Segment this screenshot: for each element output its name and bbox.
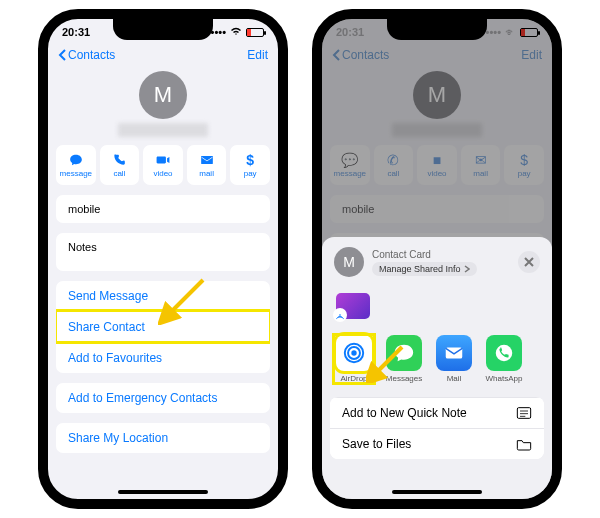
share-sheet: M Contact Card Manage Shared Info: [322, 237, 552, 499]
notch: [113, 18, 213, 40]
share-apps-row: AirDrop Messages Mail WhatsApp: [322, 329, 552, 393]
action-label: mail: [199, 169, 214, 178]
message-icon: [68, 153, 84, 167]
phone-icon: [111, 153, 127, 167]
save-to-files-button[interactable]: Save to Files: [330, 428, 544, 459]
action-label: pay: [244, 169, 257, 178]
action-pay[interactable]: $ pay: [230, 145, 270, 185]
app-label: Messages: [386, 374, 422, 383]
svg-rect-4: [446, 348, 463, 359]
sheet-title: Contact Card: [372, 249, 510, 260]
share-app-whatsapp[interactable]: WhatsApp: [484, 335, 524, 383]
app-label: WhatsApp: [486, 374, 523, 383]
links-group-2: Add to Emergency Contacts: [56, 383, 270, 413]
svg-point-5: [496, 345, 513, 362]
add-emergency-link[interactable]: Add to Emergency Contacts: [56, 383, 270, 413]
field-mobile[interactable]: mobile: [56, 195, 270, 223]
airdrop-badge-icon: [333, 308, 347, 322]
home-indicator[interactable]: [118, 490, 208, 494]
home-indicator[interactable]: [392, 490, 482, 494]
wifi-icon: [230, 26, 242, 38]
field-notes[interactable]: Notes: [56, 233, 270, 271]
sheet-actions-list: Add to New Quick Note Save to Files: [330, 397, 544, 459]
back-label: Contacts: [68, 48, 115, 62]
action-label: call: [113, 169, 125, 178]
avatar[interactable]: M: [139, 71, 187, 119]
quick-note-icon: [516, 406, 532, 420]
sheet-header: M Contact Card Manage Shared Info: [322, 237, 552, 287]
add-quick-note-button[interactable]: Add to New Quick Note: [330, 397, 544, 428]
airdrop-target-image: [336, 293, 370, 319]
action-video[interactable]: video: [143, 145, 183, 185]
back-button[interactable]: Contacts: [58, 48, 115, 62]
phone-left-contact-card: 20:31 •••• Contacts Edit M message call: [38, 9, 288, 509]
links-group-3: Share My Location: [56, 423, 270, 453]
app-label: Mail: [447, 374, 462, 383]
action-call[interactable]: call: [100, 145, 140, 185]
action-label: video: [153, 169, 172, 178]
notch: [387, 18, 487, 40]
share-app-messages[interactable]: Messages: [384, 335, 424, 383]
action-message[interactable]: message: [56, 145, 96, 185]
folder-icon: [516, 437, 532, 451]
app-label: AirDrop: [340, 374, 367, 383]
share-app-airdrop[interactable]: AirDrop: [334, 335, 374, 383]
share-app-mail[interactable]: Mail: [434, 335, 474, 383]
messages-icon: [393, 342, 415, 364]
share-location-link[interactable]: Share My Location: [56, 423, 270, 453]
action-label: message: [60, 169, 92, 178]
edit-button[interactable]: Edit: [247, 48, 268, 62]
contact-name-redacted: [118, 123, 208, 137]
chevron-left-icon: [58, 49, 66, 61]
nav-bar: Contacts Edit: [48, 41, 278, 69]
manage-shared-info-button[interactable]: Manage Shared Info: [372, 262, 477, 276]
phone-right-share-sheet: 20:31 •••• ᯤ Contacts Edit M 💬message ✆c…: [312, 9, 562, 509]
contact-header: M: [48, 69, 278, 145]
add-favourites-link[interactable]: Add to Favourites: [56, 342, 270, 373]
close-icon: [524, 257, 534, 267]
action-mail[interactable]: mail: [187, 145, 227, 185]
airdrop-target[interactable]: [334, 293, 372, 319]
signal-icon: ••••: [211, 26, 226, 38]
airdrop-icon: [341, 340, 367, 366]
sheet-avatar: M: [334, 247, 364, 277]
whatsapp-icon: [493, 342, 515, 364]
svg-point-0: [339, 314, 341, 316]
svg-point-1: [351, 350, 356, 355]
links-group: Send Message Share Contact Add to Favour…: [56, 281, 270, 373]
airdrop-targets-row: [322, 287, 552, 329]
send-message-link[interactable]: Send Message: [56, 281, 270, 311]
video-icon: [155, 153, 171, 167]
status-time: 20:31: [62, 26, 90, 38]
mail-icon: [443, 342, 465, 364]
share-contact-link[interactable]: Share Contact: [56, 311, 270, 342]
action-row: message call video mail $ pay: [48, 145, 278, 185]
close-button[interactable]: [518, 251, 540, 273]
mail-icon: [199, 153, 215, 167]
svg-rect-6: [517, 408, 530, 419]
chevron-right-icon: [464, 265, 470, 273]
pay-icon: $: [246, 153, 254, 167]
battery-icon: [246, 28, 264, 37]
